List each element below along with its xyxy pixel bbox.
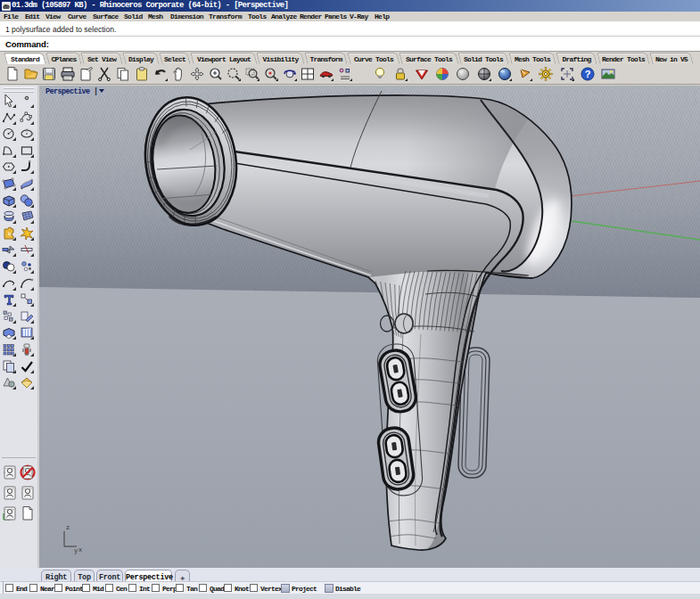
svg-text:?: ? bbox=[585, 69, 591, 79]
